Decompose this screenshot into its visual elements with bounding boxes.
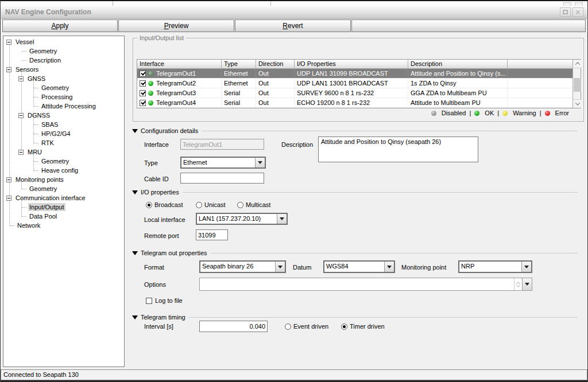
tree-item-vessel-geometry[interactable]: Geometry [3,46,124,56]
cable-id-label: Cable ID [144,176,169,182]
event-driven-radio[interactable]: Event driven [285,323,328,330]
status-ok-icon [148,100,153,106]
tree-item-vessel[interactable]: Vessel [3,37,124,46]
collapse-icon[interactable] [6,40,11,45]
collapse-triangle-icon[interactable] [132,190,138,194]
remote-port-field[interactable] [196,229,228,240]
interval-label: Interval [s] [144,323,173,330]
type-dropdown[interactable]: Ethernet [180,157,266,169]
error-status-icon [545,111,550,116]
tree-item-sensors[interactable]: Sensors [3,65,124,74]
scroll-down-icon[interactable] [573,99,582,108]
row-checkbox-checked[interactable] [140,80,146,87]
column-header-empty[interactable] [508,60,572,68]
status-ok-icon [148,71,153,76]
configuration-details-header[interactable]: Configuration details [132,127,578,134]
collapse-icon[interactable] [18,150,24,155]
collapse-icon[interactable] [6,196,11,201]
chevron-down-icon[interactable] [522,278,532,290]
tree-item-communication-interface[interactable]: Communication interface [3,193,124,202]
collapse-triangle-icon[interactable] [132,315,138,319]
options-label: Options [144,281,166,288]
tree-item-sbas[interactable]: SBAS [3,120,124,129]
tree-item-hp-g2-g4[interactable]: HP/G2/G4 [3,129,124,138]
table-row[interactable]: TelegramOut1 Ethernet Out UDP LAN1 31099… [137,69,572,79]
tree-item-input-output[interactable]: Input/Output [3,202,124,212]
interval-field[interactable] [199,321,268,332]
tree-item-mru[interactable]: MRU [3,147,124,157]
table-scrollbar[interactable] [572,60,581,108]
apply-button[interactable]: Apply [2,20,118,32]
multicast-radio[interactable]: Multicast [237,201,270,208]
column-header-direction[interactable]: Direction [256,60,295,68]
telegram-out-properties-header[interactable]: Telegram out properties [132,250,578,256]
collapse-icon[interactable] [18,76,24,81]
nav-engine-configuration-window: NAV Engine Configuration ✕ Apply Preview… [0,0,588,382]
column-header-interface[interactable]: Interface [137,60,222,68]
interface-label: Interface [144,141,169,148]
row-checkbox-checked[interactable] [140,90,146,96]
tree-item-vessel-description[interactable]: Description [3,56,124,65]
collapse-icon[interactable] [6,177,11,182]
io-properties-header[interactable]: I/O properties [132,189,578,196]
tree-item-dgnss[interactable]: DGNSS [3,111,124,120]
status-text: Connected to Seapath 130 [3,371,79,378]
radio-icon [237,202,243,208]
radio-selected-icon [146,202,152,208]
tree-item-network[interactable]: Network [3,221,124,230]
table-row[interactable]: TelegramOut2 Ethernet Out UDP LAN1 13001… [137,79,572,88]
collapse-triangle-icon[interactable] [132,251,138,255]
row-checkbox-checked[interactable] [140,71,146,77]
tree-item-gnss-geometry[interactable]: Geometry [3,83,124,92]
unicast-radio[interactable]: Unicast [196,201,226,208]
column-header-description[interactable]: Description [408,60,508,68]
remote-port-label: Remote port [144,232,179,239]
chevron-down-icon[interactable] [521,262,531,272]
tree-item-monitoring-geometry[interactable]: Geometry [3,184,124,193]
scroll-up-icon[interactable] [573,60,582,68]
datum-dropdown[interactable]: WGS84 [323,260,395,273]
window-title: NAV Engine Configuration [5,8,91,16]
tree-item-heave-config[interactable]: Heave config [3,166,124,175]
tree-item-monitoring-points[interactable]: Monitoring points [3,175,124,184]
warning-status-icon [502,111,508,116]
chevron-down-icon[interactable] [384,262,394,272]
tree-item-mru-geometry[interactable]: Geometry [3,157,124,166]
description-field[interactable] [318,137,478,162]
table-header: Interface Type Direction I/O Properties … [137,60,572,69]
collapse-triangle-icon[interactable] [132,129,138,133]
collapse-icon[interactable] [18,113,24,118]
options-combobox[interactable] [199,278,532,291]
timer-driven-radio[interactable]: Timer driven [341,323,385,330]
collapse-icon[interactable] [6,67,11,72]
tree-item-data-pool[interactable]: Data Pool [3,212,124,221]
format-label: Format [144,264,164,271]
radio-selected-icon [341,323,347,330]
chevron-down-icon[interactable] [277,214,287,224]
navigation-tree: Vessel Geometry Description Sensors GNSS… [3,36,125,367]
table-row[interactable]: TelegramOut3 Serial Out SURVEY 9600 n 8 … [137,88,572,98]
monitoring-point-dropdown[interactable]: NRP [458,260,532,273]
cable-id-field[interactable] [180,173,264,184]
disabled-status-icon [431,111,436,116]
broadcast-radio[interactable]: Broadcast [146,201,183,208]
tree-item-rtk[interactable]: RTK [3,138,124,147]
telegram-timing-header[interactable]: Telegram timing [132,314,578,321]
chevron-down-icon[interactable] [255,158,265,167]
format-dropdown[interactable]: Seapath binary 26 [199,260,286,273]
local-interface-dropdown[interactable]: LAN1 (157.237.20.10) [196,213,288,225]
tree-item-gnss-processing[interactable]: Processing [3,92,124,102]
tree-item-gnss[interactable]: GNSS [3,74,124,83]
spinner-icon[interactable] [514,278,522,290]
table-row[interactable]: TelegramOut4 Serial Out ECHO 19200 n 8 1… [137,98,572,108]
column-header-io-properties[interactable]: I/O Properties [295,60,408,68]
interface-field [180,139,264,150]
tree-item-attitude-processing[interactable]: Attitude Processing [3,102,124,111]
log-to-file-checkbox[interactable]: Log to file [146,297,183,304]
scrollbar-thumb[interactable] [574,78,581,92]
chevron-down-icon[interactable] [275,262,285,272]
column-header-type[interactable]: Type [222,60,256,68]
row-checkbox-checked[interactable] [140,100,146,106]
local-interface-label: Local interface [144,216,185,223]
io-table: Interface Type Direction I/O Properties … [137,59,581,108]
